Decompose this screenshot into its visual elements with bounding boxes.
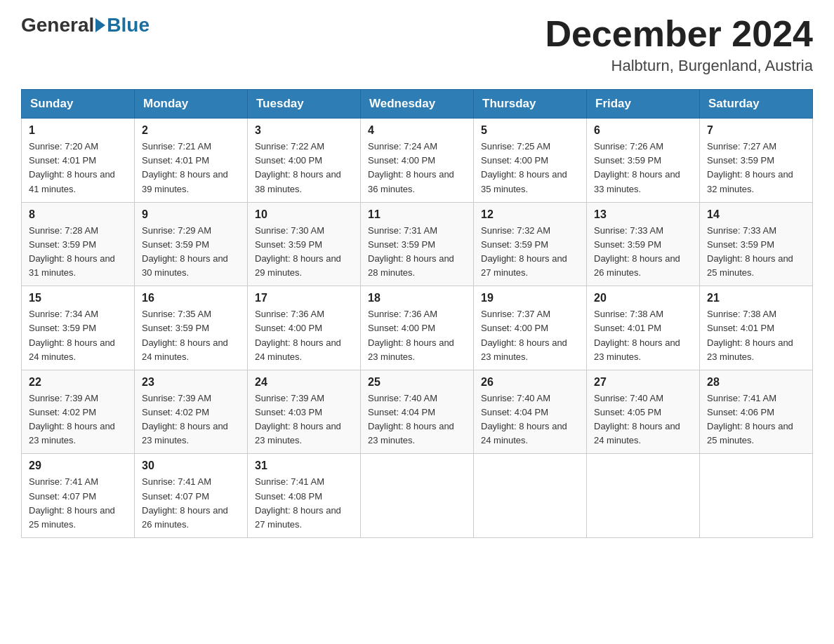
calendar-day-cell: 23 Sunrise: 7:39 AMSunset: 4:02 PMDaylig… <box>135 370 248 454</box>
day-info: Sunrise: 7:20 AMSunset: 4:01 PMDaylight:… <box>29 141 115 194</box>
calendar-day-cell: 12 Sunrise: 7:32 AMSunset: 3:59 PMDaylig… <box>474 202 587 286</box>
calendar-day-cell <box>361 454 474 538</box>
day-info: Sunrise: 7:25 AMSunset: 4:00 PMDaylight:… <box>481 141 567 194</box>
header-monday: Monday <box>135 90 248 119</box>
week-row-2: 8 Sunrise: 7:28 AMSunset: 3:59 PMDayligh… <box>22 202 813 286</box>
calendar-day-cell: 21 Sunrise: 7:38 AMSunset: 4:01 PMDaylig… <box>700 286 813 370</box>
calendar-day-cell: 3 Sunrise: 7:22 AMSunset: 4:00 PMDayligh… <box>248 119 361 203</box>
day-number: 23 <box>142 376 240 389</box>
day-number: 9 <box>142 208 240 221</box>
location-title: Halbturn, Burgenland, Austria <box>545 57 813 75</box>
day-info: Sunrise: 7:22 AMSunset: 4:00 PMDaylight:… <box>255 141 341 194</box>
day-info: Sunrise: 7:41 AMSunset: 4:06 PMDaylight:… <box>707 393 793 445</box>
header-thursday: Thursday <box>474 90 587 119</box>
week-row-4: 22 Sunrise: 7:39 AMSunset: 4:02 PMDaylig… <box>22 370 813 454</box>
calendar-day-cell: 2 Sunrise: 7:21 AMSunset: 4:01 PMDayligh… <box>135 119 248 203</box>
calendar-day-cell: 31 Sunrise: 7:41 AMSunset: 4:08 PMDaylig… <box>248 454 361 538</box>
day-info: Sunrise: 7:41 AMSunset: 4:07 PMDaylight:… <box>29 476 115 529</box>
day-number: 31 <box>255 459 353 472</box>
day-info: Sunrise: 7:30 AMSunset: 3:59 PMDaylight:… <box>255 225 341 278</box>
header-sunday: Sunday <box>22 90 135 119</box>
calendar-day-cell: 25 Sunrise: 7:40 AMSunset: 4:04 PMDaylig… <box>361 370 474 454</box>
day-info: Sunrise: 7:38 AMSunset: 4:01 PMDaylight:… <box>707 309 793 361</box>
calendar-day-cell: 24 Sunrise: 7:39 AMSunset: 4:03 PMDaylig… <box>248 370 361 454</box>
weekday-header-row: Sunday Monday Tuesday Wednesday Thursday… <box>22 90 813 119</box>
day-info: Sunrise: 7:35 AMSunset: 3:59 PMDaylight:… <box>142 309 228 361</box>
logo-general-text: General <box>21 14 94 36</box>
logo-blue-text: Blue <box>107 14 150 36</box>
page-header: General Blue December 2024 Halbturn, Bur… <box>21 14 813 75</box>
calendar-day-cell: 13 Sunrise: 7:33 AMSunset: 3:59 PMDaylig… <box>587 202 700 286</box>
day-info: Sunrise: 7:39 AMSunset: 4:03 PMDaylight:… <box>255 393 341 445</box>
calendar-day-cell: 29 Sunrise: 7:41 AMSunset: 4:07 PMDaylig… <box>22 454 135 538</box>
calendar-day-cell: 14 Sunrise: 7:33 AMSunset: 3:59 PMDaylig… <box>700 202 813 286</box>
calendar-day-cell <box>700 454 813 538</box>
calendar-day-cell: 19 Sunrise: 7:37 AMSunset: 4:00 PMDaylig… <box>474 286 587 370</box>
day-number: 26 <box>481 376 579 389</box>
calendar-day-cell: 27 Sunrise: 7:40 AMSunset: 4:05 PMDaylig… <box>587 370 700 454</box>
calendar-table: Sunday Monday Tuesday Wednesday Thursday… <box>21 89 813 538</box>
day-number: 15 <box>29 292 127 304</box>
calendar-day-cell: 6 Sunrise: 7:26 AMSunset: 3:59 PMDayligh… <box>587 119 700 203</box>
day-number: 20 <box>594 292 692 304</box>
day-info: Sunrise: 7:33 AMSunset: 3:59 PMDaylight:… <box>707 225 793 278</box>
day-info: Sunrise: 7:34 AMSunset: 3:59 PMDaylight:… <box>29 309 115 361</box>
day-number: 16 <box>142 292 240 304</box>
calendar-day-cell: 26 Sunrise: 7:40 AMSunset: 4:04 PMDaylig… <box>474 370 587 454</box>
calendar-day-cell: 15 Sunrise: 7:34 AMSunset: 3:59 PMDaylig… <box>22 286 135 370</box>
day-number: 8 <box>29 208 127 221</box>
day-info: Sunrise: 7:36 AMSunset: 4:00 PMDaylight:… <box>368 309 454 361</box>
calendar-day-cell: 22 Sunrise: 7:39 AMSunset: 4:02 PMDaylig… <box>22 370 135 454</box>
day-number: 6 <box>594 124 692 137</box>
calendar-day-cell: 7 Sunrise: 7:27 AMSunset: 3:59 PMDayligh… <box>700 119 813 203</box>
day-number: 13 <box>594 208 692 221</box>
day-number: 27 <box>594 376 692 389</box>
header-tuesday: Tuesday <box>248 90 361 119</box>
month-title: December 2024 <box>545 14 813 54</box>
day-number: 25 <box>368 376 466 389</box>
week-row-3: 15 Sunrise: 7:34 AMSunset: 3:59 PMDaylig… <box>22 286 813 370</box>
day-info: Sunrise: 7:39 AMSunset: 4:02 PMDaylight:… <box>142 393 228 445</box>
day-info: Sunrise: 7:40 AMSunset: 4:05 PMDaylight:… <box>594 393 680 445</box>
day-number: 18 <box>368 292 466 304</box>
day-number: 24 <box>255 376 353 389</box>
logo: General Blue <box>21 14 150 36</box>
day-number: 12 <box>481 208 579 221</box>
week-row-1: 1 Sunrise: 7:20 AMSunset: 4:01 PMDayligh… <box>22 119 813 203</box>
calendar-day-cell: 16 Sunrise: 7:35 AMSunset: 3:59 PMDaylig… <box>135 286 248 370</box>
day-info: Sunrise: 7:33 AMSunset: 3:59 PMDaylight:… <box>594 225 680 278</box>
day-info: Sunrise: 7:41 AMSunset: 4:08 PMDaylight:… <box>255 476 341 529</box>
calendar-day-cell: 20 Sunrise: 7:38 AMSunset: 4:01 PMDaylig… <box>587 286 700 370</box>
calendar-day-cell <box>474 454 587 538</box>
calendar-day-cell <box>587 454 700 538</box>
day-info: Sunrise: 7:37 AMSunset: 4:00 PMDaylight:… <box>481 309 567 361</box>
logo-arrow-icon <box>95 18 105 32</box>
day-number: 4 <box>368 124 466 137</box>
day-number: 10 <box>255 208 353 221</box>
day-number: 7 <box>707 124 805 137</box>
day-info: Sunrise: 7:38 AMSunset: 4:01 PMDaylight:… <box>594 309 680 361</box>
calendar-day-cell: 30 Sunrise: 7:41 AMSunset: 4:07 PMDaylig… <box>135 454 248 538</box>
day-info: Sunrise: 7:39 AMSunset: 4:02 PMDaylight:… <box>29 393 115 445</box>
header-saturday: Saturday <box>700 90 813 119</box>
calendar-day-cell: 1 Sunrise: 7:20 AMSunset: 4:01 PMDayligh… <box>22 119 135 203</box>
day-info: Sunrise: 7:41 AMSunset: 4:07 PMDaylight:… <box>142 476 228 529</box>
title-block: December 2024 Halbturn, Burgenland, Aust… <box>545 14 813 75</box>
day-info: Sunrise: 7:27 AMSunset: 3:59 PMDaylight:… <box>707 141 793 194</box>
calendar-day-cell: 28 Sunrise: 7:41 AMSunset: 4:06 PMDaylig… <box>700 370 813 454</box>
day-number: 30 <box>142 459 240 472</box>
day-number: 17 <box>255 292 353 304</box>
day-number: 28 <box>707 376 805 389</box>
day-number: 5 <box>481 124 579 137</box>
week-row-5: 29 Sunrise: 7:41 AMSunset: 4:07 PMDaylig… <box>22 454 813 538</box>
day-info: Sunrise: 7:21 AMSunset: 4:01 PMDaylight:… <box>142 141 228 194</box>
header-friday: Friday <box>587 90 700 119</box>
day-number: 11 <box>368 208 466 221</box>
day-info: Sunrise: 7:40 AMSunset: 4:04 PMDaylight:… <box>368 393 454 445</box>
header-wednesday: Wednesday <box>361 90 474 119</box>
day-number: 3 <box>255 124 353 137</box>
day-info: Sunrise: 7:24 AMSunset: 4:00 PMDaylight:… <box>368 141 454 194</box>
day-info: Sunrise: 7:32 AMSunset: 3:59 PMDaylight:… <box>481 225 567 278</box>
calendar-day-cell: 4 Sunrise: 7:24 AMSunset: 4:00 PMDayligh… <box>361 119 474 203</box>
day-info: Sunrise: 7:40 AMSunset: 4:04 PMDaylight:… <box>481 393 567 445</box>
